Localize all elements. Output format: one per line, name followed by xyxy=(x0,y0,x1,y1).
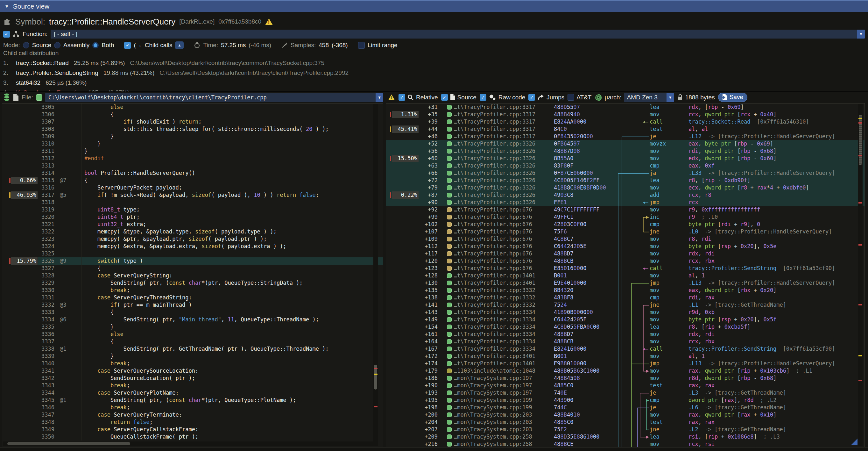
save-button[interactable]: Save xyxy=(718,93,747,102)
source-line[interactable]: 3307 if( shouldExit ) return; xyxy=(2,118,383,125)
asm-row[interactable]: +198…mon\TracySystem.cpp:199744Cje.L6 ->… xyxy=(386,404,865,411)
asm-row[interactable]: 15.50%+60…t\TracyProfiler.cpp:33268B55A0… xyxy=(386,155,865,162)
source-line[interactable]: 3338@1 SendString( ptr, GetThreadName( p… xyxy=(2,345,383,353)
asm-row[interactable]: +63…t\TracyProfiler.cpp:332683F80Fcmpeax… xyxy=(386,162,865,170)
asm-row[interactable]: +186…mon\TracySystem.cpp:197448B4598movr… xyxy=(386,374,865,382)
asm-row[interactable]: +128…t\TracyProfiler.cpp:3401B001moval, … xyxy=(386,272,865,279)
source-line[interactable]: 3346 break; xyxy=(2,404,383,411)
source-line[interactable]: 3330 break; xyxy=(2,287,383,294)
asm-row[interactable]: +216…mon\TracySystem.cpp:258488BCEmovrcx… xyxy=(386,441,865,447)
source-line[interactable]: 3321 uint32_t extra; xyxy=(2,221,383,228)
source-line[interactable]: 3309 } xyxy=(2,133,383,140)
source-line[interactable]: 3316 ServerQueryPacket payload; xyxy=(2,184,383,191)
asm-row[interactable]: +109…t\TracyProfiler.hpp:6764C8BC7movr8,… xyxy=(386,235,865,243)
asm-row[interactable]: +52…t\TracyProfiler.cpp:33260FB64597movz… xyxy=(386,140,865,147)
source-line[interactable]: 3318 xyxy=(2,199,383,206)
limit-range-label[interactable]: Limit range xyxy=(368,42,398,49)
collapse-up-button[interactable]: ▲ xyxy=(175,41,184,49)
asm-row[interactable]: +138…t\TracyProfiler.cpp:3332483BF8cmprd… xyxy=(386,294,865,301)
att-checkbox[interactable] xyxy=(567,94,574,101)
source-line[interactable]: 3333 { xyxy=(2,309,383,316)
source-line[interactable]: 3324 memcpy( &extra, &payload.extra, siz… xyxy=(2,243,383,250)
source-line[interactable]: 3344 case ServerQueryPlotName: xyxy=(2,389,383,396)
raw-code-label[interactable]: Raw code xyxy=(498,94,526,101)
jumps-label[interactable]: Jumps xyxy=(547,94,564,101)
source-line[interactable]: 3345@1 SendString( ptr, (const char*)ptr… xyxy=(2,396,383,404)
limit-range-checkbox[interactable] xyxy=(358,42,365,49)
source-line[interactable]: 3320 uint64_t ptr; xyxy=(2,213,383,221)
asm-row[interactable]: +123…t\TracyProfiler.hpp:676E850160000ca… xyxy=(386,265,865,272)
child-calls-label[interactable]: Child calls xyxy=(145,42,173,49)
collapse-triangle-icon[interactable]: ▼ xyxy=(4,3,9,9)
child-calls-checkbox[interactable]: ✓ xyxy=(124,42,131,49)
radio-both[interactable] xyxy=(92,42,99,49)
asm-row[interactable]: +46…t\TracyProfiler.cpp:33170F8435020000… xyxy=(386,133,865,140)
asm-row[interactable]: 45.41%+44…t\TracyProfiler.cpp:331784C0te… xyxy=(386,125,865,133)
asm-row[interactable]: +90…t\TracyProfiler.cpp:3326FFE1jmprcx xyxy=(386,199,865,206)
child-call-entry[interactable]: 2.tracy::Profiler::SendLongString19.88 m… xyxy=(3,68,865,78)
asm-row[interactable]: +164…t\TracyProfiler.cpp:3334488BCBmovrc… xyxy=(386,338,865,345)
source-line[interactable]: 3305 else xyxy=(2,103,383,111)
source-line[interactable]: 3329 SendString( ptr, (const char*)ptr, … xyxy=(2,279,383,287)
source-line[interactable]: 3347 case ServerQueryTerminate: xyxy=(2,411,383,419)
source-line[interactable]: 3325 xyxy=(2,250,383,257)
source-line[interactable]: 3342 SendSourceLocation( ptr ); xyxy=(2,374,383,382)
asm-row[interactable]: +107…t\TracyProfiler.hpp:67675F6jne.L0 -… xyxy=(386,228,865,235)
source-line[interactable]: 3313 xyxy=(2,162,383,170)
raw-code-checkbox[interactable]: ✓ xyxy=(480,94,486,101)
source-line[interactable]: 3334@6 SendString( ptr, "Main thread", 1… xyxy=(2,316,383,323)
source-line[interactable]: 3339 } xyxy=(2,353,383,360)
radio-both-label[interactable]: Both xyxy=(101,42,114,49)
asm-row[interactable]: +204…mon\TracySystem.cpp:2034885C0testra… xyxy=(386,419,865,426)
asm-row[interactable]: +120…t\TracyProfiler.hpp:676488BCBmovrcx… xyxy=(386,257,865,265)
source-line[interactable]: 3350 QueueCallstackFrame( ptr ); xyxy=(2,433,383,441)
source-line[interactable]: 3331 case ServerQueryThreadString: xyxy=(2,294,383,301)
asm-row[interactable]: +195…mon\TracySystem.cpp:199443900cmpdwo… xyxy=(386,396,865,404)
asm-row[interactable]: +207…mon\TracySystem.cpp:20375F2jne.L2 -… xyxy=(386,426,865,433)
source-line[interactable]: 3343 break; xyxy=(2,382,383,389)
source-line[interactable]: 3340 break; xyxy=(2,360,383,367)
asm-row[interactable]: +39…t\TracyProfiler.cpp:3317E824AA0000ca… xyxy=(386,118,865,125)
source-line[interactable]: 3327 { xyxy=(2,265,383,272)
source-line[interactable]: 0.66%3315@7{ xyxy=(2,177,383,184)
source-line[interactable]: 3335 } xyxy=(2,323,383,331)
asm-row[interactable]: +112…t\TracyProfiler.hpp:676C64424205Emo… xyxy=(386,243,865,250)
relative-label[interactable]: Relative xyxy=(416,94,438,101)
source-line[interactable]: 3332@3 if( ptr == m_mainThread ) xyxy=(2,301,383,309)
jumps-checkbox[interactable]: ✓ xyxy=(528,94,535,101)
asm-row[interactable]: +179…1103\include\atomic:1048488B05B63C1… xyxy=(386,367,865,374)
chevron-down-icon[interactable]: ▼ xyxy=(376,93,383,102)
asm-row[interactable]: +154…t\TracyProfiler.cpp:33344C8D055FBA0… xyxy=(386,323,865,331)
source-line[interactable]: 3319 uint8_t type; xyxy=(2,206,383,213)
scrollbar-thumb[interactable] xyxy=(7,442,130,445)
source-checkbox[interactable]: ✓ xyxy=(441,94,448,101)
asm-row[interactable]: +193…mon\TracySystem.cpp:197740Eje.L3 ->… xyxy=(386,389,865,396)
asm-row[interactable]: +66…t\TracyProfiler.cpp:33260F87CE060000… xyxy=(386,170,865,177)
source-line[interactable]: 3337 { xyxy=(2,338,383,345)
asm-row[interactable]: 1.31%+35…t\TracyProfiler.cpp:3317488B494… xyxy=(386,111,865,118)
source-line[interactable]: 15.79%3326@9 switch( type ) xyxy=(2,257,383,265)
asm-row[interactable]: +141…t\TracyProfiler.cpp:33327524jne.L1 … xyxy=(386,301,865,309)
chevron-down-icon[interactable]: ▼ xyxy=(857,30,865,38)
source-line[interactable]: 3311} xyxy=(2,147,383,155)
radio-assembly-label[interactable]: Assembly xyxy=(63,42,89,49)
asm-row[interactable]: +135…t\TracyProfiler.cpp:33328B4320movea… xyxy=(386,287,865,294)
source-line[interactable]: 3349 case ServerQueryCallstackFrame: xyxy=(2,426,383,433)
asm-row[interactable]: +190…mon\TracySystem.cpp:1974885C0testra… xyxy=(386,382,865,389)
asm-row[interactable]: 0.22%+87…t\TracyProfiler.cpp:33264903C8a… xyxy=(386,191,865,199)
asm-row[interactable]: +161…t\TracyProfiler.cpp:3334488BD7movrd… xyxy=(386,331,865,338)
march-select[interactable]: AMD Zen 3 ▼ xyxy=(624,93,674,102)
source-label[interactable]: Source xyxy=(457,94,476,101)
asm-row[interactable]: +31…t\TracyProfiler.cpp:3317488D5597lear… xyxy=(386,103,865,111)
file-select[interactable]: C:\Users\wolf\Desktop\darkrl\contrib\tra… xyxy=(45,93,383,102)
asm-row[interactable]: +167…t\TracyProfiler.cpp:3334E824160000c… xyxy=(386,345,865,353)
source-line[interactable]: 3312#endif xyxy=(2,155,383,162)
asm-row[interactable]: +172…t\TracyProfiler.cpp:3401B001moval, … xyxy=(386,353,865,360)
titlebar[interactable]: ▼ Source view xyxy=(0,0,868,12)
asm-row[interactable]: +130…t\TracyProfiler.cpp:3401E9E4010000j… xyxy=(386,279,865,287)
child-call-entry[interactable]: 1.tracy::Socket::Read25.25 ms (54.89%)C:… xyxy=(3,58,865,68)
radio-source[interactable] xyxy=(23,42,29,49)
source-line[interactable]: 3348 return false; xyxy=(2,419,383,426)
asm-row[interactable]: +99…t\TracyProfiler.hpp:67649FFC1incr9 ;… xyxy=(386,213,865,221)
source-line[interactable]: 3336 else xyxy=(2,331,383,338)
